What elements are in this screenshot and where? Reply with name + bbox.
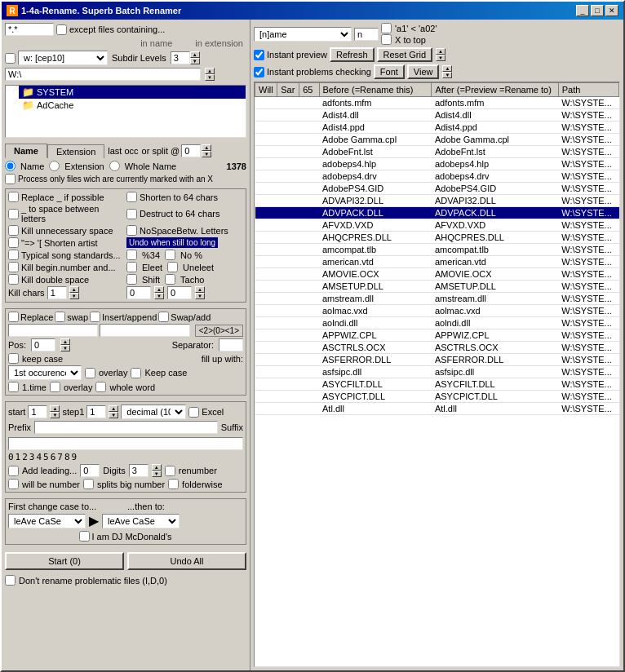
table-row[interactable]: ADVAPI32.DLL ADVAPI32.DLL W:\SYSTE... bbox=[255, 195, 619, 207]
table-row[interactable]: adfonts.mfm adfonts.mfm W:\SYSTE... bbox=[255, 97, 619, 109]
no-space-cb[interactable] bbox=[126, 225, 137, 236]
digits-up[interactable]: ▲ bbox=[152, 464, 162, 471]
kill-begin-cb[interactable] bbox=[8, 262, 19, 272]
start-down[interactable]: ▼ bbox=[50, 412, 60, 418]
except-checkbox[interactable] bbox=[56, 24, 67, 35]
grid-scroll-up[interactable]: ▲ bbox=[436, 48, 445, 55]
folderwise-cb[interactable] bbox=[168, 479, 179, 489]
maximize-button[interactable]: □ bbox=[591, 5, 604, 16]
table-row[interactable]: ADVPACK.DLL ADVPACK.DLL W:\SYSTE... bbox=[255, 207, 619, 219]
dj-cb[interactable] bbox=[79, 531, 90, 542]
col-sar[interactable]: Sar bbox=[277, 83, 299, 97]
spin1-input[interactable] bbox=[126, 286, 151, 299]
table-row[interactable]: Adist4.dll Adist4.dll W:\SYSTE... bbox=[255, 109, 619, 122]
digits-down[interactable]: ▼ bbox=[152, 471, 162, 477]
replace-to-input[interactable] bbox=[100, 324, 189, 337]
kill-chars-up[interactable]: ▲ bbox=[69, 286, 79, 293]
drive-combo[interactable]: w: [cep10] bbox=[18, 51, 108, 65]
one-time-cb[interactable] bbox=[8, 382, 19, 392]
suffix-input[interactable] bbox=[8, 437, 243, 450]
step-input[interactable] bbox=[86, 405, 106, 418]
table-row[interactable]: AdobeFnt.lst AdobeFnt.lst W:\SYSTE... bbox=[255, 146, 619, 158]
close-button[interactable]: ✕ bbox=[605, 5, 618, 16]
replace-cb[interactable] bbox=[8, 312, 19, 322]
table-row[interactable]: ASYCPICT.DLL ASYCPICT.DLL W:\SYSTE... bbox=[255, 391, 619, 403]
a1-cb[interactable] bbox=[381, 23, 392, 33]
replace-from-input[interactable] bbox=[8, 324, 98, 337]
table-row[interactable]: aolmac.vxd aolmac.vxd W:\SYSTE... bbox=[255, 305, 619, 317]
start-up[interactable]: ▲ bbox=[50, 405, 60, 412]
kill-double-cb[interactable] bbox=[8, 274, 19, 285]
kill-chars-input[interactable] bbox=[47, 286, 67, 299]
shorten-artist-cb[interactable] bbox=[8, 237, 19, 248]
spin2-down[interactable]: ▼ bbox=[195, 293, 205, 299]
renumber-cb[interactable] bbox=[165, 466, 175, 476]
col-before[interactable]: Before (=Rename this) bbox=[319, 83, 432, 97]
path-up[interactable]: ▲ bbox=[205, 68, 215, 74]
keep-case-cb[interactable] bbox=[8, 353, 19, 364]
table-row[interactable]: Adist4.ppd Adist4.ppd W:\SYSTE... bbox=[255, 122, 619, 134]
tacho-cb[interactable] bbox=[165, 274, 175, 285]
table-row[interactable]: Adobe Gamma.cpl Adobe Gamma.cpl W:\SYSTE… bbox=[255, 134, 619, 146]
kill-unnec-cb[interactable] bbox=[8, 225, 19, 236]
ext-input[interactable] bbox=[354, 28, 379, 41]
pos-down[interactable]: ▼ bbox=[60, 345, 70, 351]
table-row[interactable]: adobeps4.drv adobeps4.drv W:\SYSTE... bbox=[255, 170, 619, 183]
shift-cb[interactable] bbox=[126, 274, 137, 285]
folder-system[interactable]: 📁 SYSTEM bbox=[19, 86, 246, 99]
tab-name[interactable]: Name bbox=[5, 144, 47, 158]
table-row[interactable]: adobeps4.hlp adobeps4.hlp W:\SYSTE... bbox=[255, 158, 619, 170]
table-row[interactable]: amcompat.tlb amcompat.tlb W:\SYSTE... bbox=[255, 244, 619, 256]
view-scroll-up[interactable]: ▲ bbox=[442, 65, 452, 72]
no-percent-cb[interactable] bbox=[165, 250, 175, 260]
replace-underscore-cb[interactable] bbox=[8, 192, 19, 202]
splits-big-cb[interactable] bbox=[83, 479, 94, 489]
percent34-cb[interactable] bbox=[126, 250, 137, 260]
table-row[interactable]: AdobePS4.GID AdobePS4.GID W:\SYSTE... bbox=[255, 183, 619, 195]
radio-name[interactable] bbox=[5, 161, 16, 171]
swap-cb[interactable] bbox=[55, 312, 65, 322]
pos-input[interactable] bbox=[31, 338, 55, 351]
typical-song-cb[interactable] bbox=[8, 250, 19, 260]
tab-extension[interactable]: Extension bbox=[47, 144, 104, 158]
reset-grid-button[interactable]: Reset Grid bbox=[377, 47, 433, 62]
start-button[interactable]: Start (0) bbox=[5, 552, 124, 570]
table-row[interactable]: AFVXD.VXD AFVXD.VXD W:\SYSTE... bbox=[255, 219, 619, 232]
subdir-value[interactable] bbox=[171, 51, 190, 64]
refresh-button[interactable]: Refresh bbox=[330, 47, 375, 62]
step-down[interactable]: ▼ bbox=[109, 412, 118, 418]
whole-word-cb[interactable] bbox=[95, 382, 106, 392]
instant-problems-cb[interactable] bbox=[254, 67, 264, 77]
swap-add-cb[interactable] bbox=[158, 312, 169, 322]
kill-chars-down[interactable]: ▼ bbox=[69, 293, 79, 299]
overlay-cb[interactable] bbox=[85, 368, 95, 378]
font-button[interactable]: Font bbox=[374, 64, 405, 79]
table-row[interactable]: AMOVIE.OCX AMOVIE.OCX W:\SYSTE... bbox=[255, 268, 619, 281]
view-button[interactable]: View bbox=[407, 64, 440, 79]
excel-cb[interactable] bbox=[188, 407, 199, 418]
minimize-button[interactable]: _ bbox=[576, 5, 589, 16]
digits-input[interactable] bbox=[129, 464, 148, 477]
case-combo2[interactable]: leAve CaSe bbox=[102, 514, 180, 528]
table-row[interactable]: amstream.dll amstream.dll W:\SYSTE... bbox=[255, 293, 619, 305]
table-row[interactable]: APPWIZ.CPL APPWIZ.CPL W:\SYSTE... bbox=[255, 329, 619, 342]
step-up[interactable]: ▲ bbox=[109, 405, 118, 412]
radio-whole[interactable] bbox=[109, 161, 120, 171]
filter-input[interactable] bbox=[5, 23, 54, 36]
to-space-cb[interactable] bbox=[8, 209, 19, 219]
will-be-cb[interactable] bbox=[8, 479, 19, 489]
x-to-top-cb[interactable] bbox=[381, 34, 392, 45]
keep-case2-cb[interactable] bbox=[131, 368, 141, 378]
table-row[interactable]: AMSETUP.DLL AMSETUP.DLL W:\SYSTE... bbox=[255, 281, 619, 293]
table-row[interactable]: ASCTRLS.OCX ASCTRLS.OCX W:\SYSTE... bbox=[255, 342, 619, 354]
eleet-cb[interactable] bbox=[126, 262, 137, 272]
view-scroll-down[interactable]: ▼ bbox=[442, 72, 452, 78]
table-row[interactable]: ASFERROR.DLL ASFERROR.DLL W:\SYSTE... bbox=[255, 354, 619, 366]
spin2-up[interactable]: ▲ bbox=[195, 286, 205, 293]
name-combo[interactable]: [n]ame bbox=[254, 27, 352, 42]
destruct64-cb[interactable] bbox=[126, 209, 137, 219]
undo-all-button[interactable]: Undo All bbox=[127, 552, 246, 570]
folder-adcache[interactable]: 📁 AdCache bbox=[19, 99, 246, 112]
table-row[interactable]: Atl.dll Atl.dll W:\SYSTE... bbox=[255, 403, 619, 415]
radio-extension[interactable] bbox=[49, 161, 60, 171]
